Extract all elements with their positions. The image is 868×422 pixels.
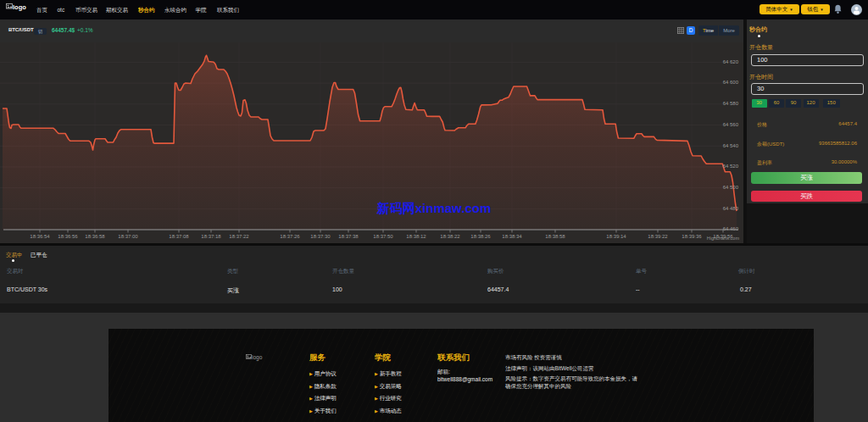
svg-text:18:38:12: 18:38:12 [406, 234, 426, 239]
svg-text:18:37:08: 18:37:08 [169, 234, 189, 239]
svg-text:64 520: 64 520 [723, 164, 739, 169]
svg-text:18:37:26: 18:37:26 [280, 234, 300, 239]
svg-text:18:36:56: 18:36:56 [58, 234, 78, 239]
svg-text:18:37:18: 18:37:18 [201, 234, 221, 239]
svg-text:18:38:58: 18:38:58 [545, 234, 565, 239]
svg-text:新码网xinmaw.com: 新码网xinmaw.com [376, 201, 491, 215]
svg-text:18:39:22: 18:39:22 [648, 234, 668, 239]
svg-text:64 560: 64 560 [723, 122, 739, 127]
svg-text:18:36:58: 18:36:58 [85, 234, 105, 239]
svg-text:18:38:22: 18:38:22 [440, 234, 460, 239]
svg-text:64 620: 64 620 [723, 59, 739, 64]
svg-text:18:38:26: 18:38:26 [470, 234, 491, 239]
svg-text:18:37:38: 18:37:38 [338, 234, 359, 239]
svg-text:Highcharts.com: Highcharts.com [707, 236, 740, 241]
svg-text:64 480: 64 480 [723, 206, 739, 211]
svg-text:18:37:30: 18:37:30 [310, 234, 331, 239]
svg-text:18:39:14: 18:39:14 [606, 234, 626, 239]
svg-text:64 540: 64 540 [723, 143, 739, 148]
svg-text:18:38:34: 18:38:34 [502, 234, 522, 239]
svg-text:64 460: 64 460 [723, 226, 739, 231]
svg-text:18:37:00: 18:37:00 [118, 234, 138, 239]
svg-text:18:37:22: 18:37:22 [229, 234, 249, 239]
svg-text:18:37:50: 18:37:50 [373, 234, 393, 239]
svg-text:18:39:36: 18:39:36 [682, 234, 702, 239]
svg-text:64 500: 64 500 [723, 185, 739, 190]
svg-text:64 600: 64 600 [723, 80, 739, 85]
svg-text:64 580: 64 580 [723, 101, 739, 106]
svg-text:18:36:54: 18:36:54 [30, 234, 50, 239]
